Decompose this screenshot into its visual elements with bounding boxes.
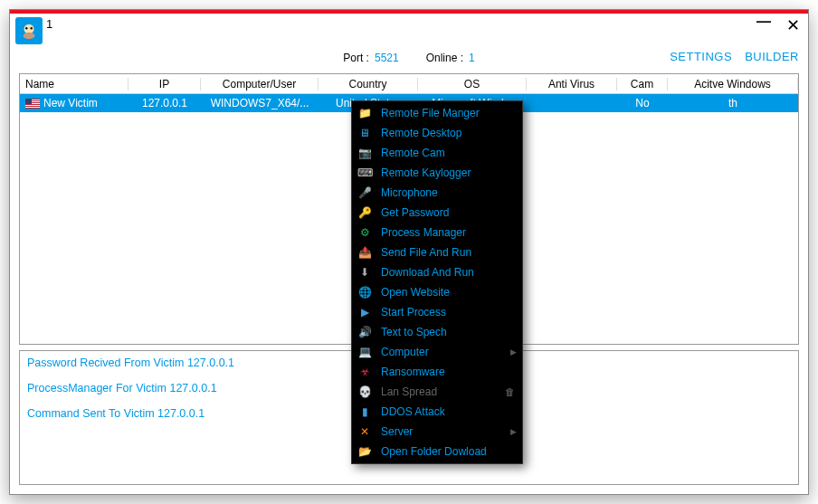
- menu-item-remote-kaylogger[interactable]: ⌨Remote Kaylogger: [352, 163, 522, 183]
- open-folder-dowload-icon: 📂: [357, 444, 372, 459]
- menu-item-label: Lan Spread: [381, 385, 492, 398]
- cell-computer: WINDOWS7_X64/...: [201, 97, 319, 109]
- submenu-arrow-icon: ▶: [510, 427, 517, 436]
- svg-point-2: [25, 27, 27, 29]
- menu-item-text-to-spech[interactable]: 🔊Text to Spech: [352, 322, 522, 342]
- menu-item-microphone[interactable]: 🎤Microphone: [352, 183, 522, 203]
- col-active-windows[interactable]: Acitve Windows: [668, 78, 798, 90]
- lan-spread-icon: 💀: [357, 385, 372, 399]
- col-country[interactable]: Country: [319, 78, 418, 90]
- context-menu[interactable]: 📁Remote File Manger🖥Remote Desktop📷Remot…: [351, 100, 523, 464]
- status-bar: Port : 5521 Online : 1 SETTINGS BUILDER: [10, 50, 808, 68]
- svg-point-1: [24, 33, 35, 39]
- ransomware-icon: ☣: [357, 365, 372, 379]
- menu-item-label: Ransomware: [381, 366, 515, 378]
- text-to-spech-icon: 🔊: [357, 325, 372, 339]
- col-cam[interactable]: Cam: [617, 78, 668, 90]
- cell-name: New Victim: [20, 97, 128, 109]
- start-process-icon: ▶: [357, 305, 372, 319]
- app-logo-icon: [15, 17, 43, 44]
- menu-item-ddos-attack[interactable]: ▮DDOS Attack: [352, 402, 522, 422]
- cell-active: th: [668, 97, 798, 109]
- menu-item-download-and-run[interactable]: ⬇Download And Run: [352, 262, 522, 282]
- microphone-icon: 🎤: [357, 185, 372, 200]
- menu-item-open-website[interactable]: 🌐Open Website: [352, 282, 522, 302]
- cell-ip: 127.0.0.1: [128, 97, 201, 109]
- col-computer[interactable]: Computer/User: [201, 78, 319, 90]
- get-password-icon: 🔑: [357, 205, 372, 220]
- open-website-icon: 🌐: [357, 285, 372, 300]
- settings-link[interactable]: SETTINGS: [670, 50, 732, 63]
- menu-item-label: Text to Spech: [381, 326, 515, 338]
- send-file-and-run-icon: 📤: [357, 245, 372, 260]
- menu-item-label: Process Manager: [381, 226, 515, 239]
- menu-item-send-file-and-run[interactable]: 📤Send File And Run: [352, 242, 522, 262]
- menu-item-label: Remote Cam: [381, 147, 515, 159]
- menu-item-remote-file-manger[interactable]: 📁Remote File Manger: [352, 103, 522, 123]
- download-and-run-icon: ⬇: [357, 265, 372, 280]
- menu-item-label: Download And Run: [381, 266, 515, 279]
- builder-link[interactable]: BUILDER: [745, 50, 799, 63]
- computer-icon: 💻: [357, 345, 372, 359]
- titlebar: 1 — ✕: [10, 14, 808, 50]
- menu-item-process-manager[interactable]: ⚙Process Manager: [352, 223, 522, 242]
- menu-item-label: Remote File Manger: [381, 107, 515, 119]
- ddos-attack-icon: ▮: [357, 404, 372, 419]
- remote-file-manger-icon: 📁: [357, 106, 372, 120]
- table-header: Name IP Computer/User Country OS Anti Vi…: [20, 74, 798, 94]
- menu-item-remote-cam[interactable]: 📷Remote Cam: [352, 143, 522, 163]
- remote-kaylogger-icon: ⌨: [357, 166, 372, 180]
- nav-links: SETTINGS BUILDER: [670, 50, 799, 63]
- col-name[interactable]: Name: [20, 78, 128, 90]
- menu-item-lan-spread: 💀Lan Spread🗑: [352, 382, 522, 402]
- menu-item-remote-desktop[interactable]: 🖥Remote Desktop: [352, 123, 522, 143]
- menu-item-label: Computer: [381, 346, 515, 358]
- menu-item-start-process[interactable]: ▶Start Process: [352, 302, 522, 322]
- menu-item-label: Open Folder Dowload: [381, 445, 515, 458]
- menu-item-computer[interactable]: 💻Computer▶: [352, 342, 522, 362]
- remote-cam-icon: 📷: [357, 146, 372, 160]
- port-value: 5521: [375, 52, 399, 64]
- col-os[interactable]: OS: [418, 78, 527, 90]
- menu-item-label: Microphone: [381, 186, 515, 199]
- close-button[interactable]: ✕: [783, 15, 803, 35]
- menu-item-open-folder-dowload[interactable]: 📂Open Folder Dowload: [352, 442, 522, 461]
- menu-item-server[interactable]: ✕Server▶: [352, 422, 522, 442]
- logo-number: 1: [46, 17, 52, 31]
- menu-item-ransomware[interactable]: ☣Ransomware: [352, 362, 522, 382]
- col-ip[interactable]: IP: [128, 78, 201, 90]
- app-window: 1 — ✕ Port : 5521 Online : 1 SETTINGS BU…: [9, 9, 809, 495]
- menu-item-label: Get Password: [381, 206, 515, 219]
- menu-item-get-password[interactable]: 🔑Get Password: [352, 203, 522, 223]
- menu-item-label: Send File And Run: [381, 246, 515, 259]
- svg-point-3: [31, 27, 33, 29]
- online-label: Online :: [426, 52, 463, 64]
- menu-item-label: DDOS Attack: [381, 405, 515, 418]
- window-controls: — ✕: [754, 15, 803, 35]
- col-antivirus[interactable]: Anti Virus: [527, 78, 617, 90]
- menu-item-label: Server: [381, 425, 515, 438]
- remote-desktop-icon: 🖥: [357, 126, 372, 140]
- flag-us-icon: [25, 99, 40, 109]
- trash-icon: 🗑: [505, 386, 515, 397]
- menu-item-label: Start Process: [381, 306, 515, 319]
- process-manager-icon: ⚙: [357, 225, 372, 240]
- online-value: 1: [469, 52, 475, 64]
- minimize-button[interactable]: —: [754, 14, 774, 30]
- server-icon: ✕: [357, 424, 372, 439]
- menu-item-label: Remote Kaylogger: [381, 166, 515, 179]
- cell-cam: No: [617, 97, 668, 109]
- cell-name-text: New Victim: [43, 97, 98, 109]
- menu-item-label: Open Website: [381, 286, 515, 299]
- port-label: Port :: [343, 52, 369, 64]
- menu-item-label: Remote Desktop: [381, 127, 515, 139]
- submenu-arrow-icon: ▶: [510, 347, 517, 357]
